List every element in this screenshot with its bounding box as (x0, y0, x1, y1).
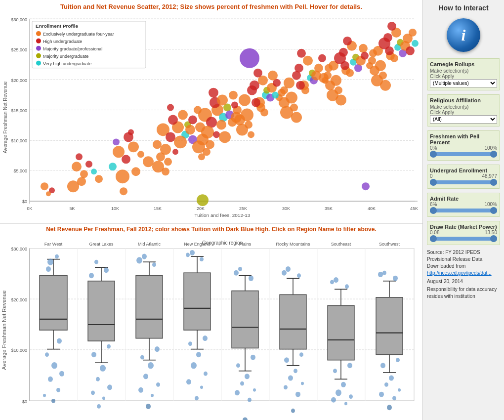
pell-range: 0% 100% (430, 145, 497, 151)
svg-point-326 (295, 392, 300, 397)
svg-point-139 (280, 86, 288, 94)
svg-point-357 (384, 382, 388, 387)
svg-rect-262 (136, 276, 163, 338)
svg-point-97 (198, 153, 205, 160)
draw-thumb-right[interactable] (490, 235, 497, 242)
pell-track[interactable] (430, 152, 497, 156)
svg-point-51 (122, 155, 130, 164)
draw-section: Draw Rate (Market Power) 0.08 13.50 (427, 221, 500, 245)
svg-point-197 (409, 29, 417, 37)
svg-point-258 (102, 397, 105, 400)
svg-rect-347 (376, 297, 403, 355)
svg-point-99 (240, 48, 259, 68)
svg-rect-330 (328, 305, 354, 360)
svg-point-234 (47, 259, 53, 265)
info-icon-container: i (446, 18, 481, 52)
draw-fill (430, 237, 497, 241)
carnegie-section: Carnegie Rollups Make selection(s) Click… (427, 58, 500, 90)
source-label: Source: FY 2012 IPEDS Provisional Releas… (427, 250, 482, 269)
svg-point-115 (248, 131, 254, 138)
religious-sub2: Click Apply (430, 110, 497, 115)
svg-point-233 (55, 254, 59, 259)
svg-text:Southeast: Southeast (331, 241, 351, 247)
religious-select[interactable]: (All) (430, 115, 497, 124)
svg-point-188 (268, 71, 278, 81)
svg-point-183 (194, 106, 202, 114)
svg-point-196 (406, 46, 415, 55)
svg-point-355 (380, 363, 385, 368)
svg-point-360 (392, 396, 396, 400)
pell-thumb-left[interactable] (430, 151, 437, 158)
undergrad-section: Undergrad Enrollment 0 48,977 (427, 165, 500, 189)
undergrad-thumb-left[interactable] (430, 179, 437, 186)
admit-range: 6% 100% (430, 202, 497, 207)
svg-point-288 (196, 352, 201, 357)
draw-thumb-left[interactable] (430, 235, 437, 242)
svg-point-301 (249, 276, 253, 281)
carnegie-select[interactable]: (Multiple values) (430, 79, 497, 87)
svg-point-127 (294, 64, 303, 73)
svg-rect-201 (30, 249, 414, 401)
pell-fill (430, 152, 497, 156)
svg-point-33 (36, 46, 41, 51)
svg-point-342 (331, 397, 336, 403)
svg-point-182 (188, 116, 197, 125)
svg-point-303 (251, 355, 255, 360)
svg-point-327 (291, 409, 295, 413)
admit-track[interactable] (430, 209, 497, 212)
svg-point-255 (96, 377, 100, 381)
draw-track[interactable] (430, 237, 497, 241)
svg-point-181 (362, 182, 370, 190)
svg-point-176 (366, 62, 373, 69)
source-link[interactable]: http://nces.ed.gov/ipeds/dat... (427, 270, 492, 276)
undergrad-thumb-right[interactable] (490, 179, 497, 186)
svg-point-184 (185, 125, 195, 134)
svg-point-158 (336, 95, 346, 106)
svg-point-44 (85, 161, 92, 168)
svg-point-334 (334, 277, 338, 283)
svg-point-300 (238, 267, 242, 271)
undergrad-fill (430, 180, 497, 184)
svg-point-191 (318, 54, 326, 62)
svg-text:Southwest: Southwest (379, 241, 400, 247)
pell-thumb-right[interactable] (490, 151, 497, 158)
svg-point-356 (389, 376, 394, 381)
svg-rect-245 (88, 281, 115, 341)
carnegie-sub1: Make selection(s) (430, 68, 497, 74)
svg-point-133 (303, 56, 313, 66)
pell-label: Freshmen with Pell Percent (430, 133, 497, 145)
svg-point-338 (333, 369, 337, 373)
svg-text:Mid Atlantic: Mid Atlantic (138, 241, 161, 247)
svg-rect-228 (40, 276, 67, 330)
religious-section: Religious Affiliation Make selection(s) … (427, 94, 500, 126)
draw-range: 0.08 13.50 (430, 230, 497, 235)
svg-point-240 (43, 394, 46, 397)
svg-point-306 (240, 381, 244, 386)
admit-thumb-left[interactable] (430, 207, 437, 214)
svg-rect-313 (280, 294, 306, 349)
svg-text:$20,000: $20,000 (11, 78, 27, 83)
svg-point-251 (89, 273, 94, 278)
svg-point-252 (107, 344, 111, 349)
sidebar-title: How to Interact (427, 4, 500, 12)
draw-label: Draw Rate (Market Power) (430, 224, 497, 230)
undergrad-track[interactable] (430, 180, 497, 184)
svg-point-250 (104, 267, 109, 273)
svg-point-353 (378, 272, 383, 277)
svg-point-46 (91, 168, 97, 174)
svg-point-309 (248, 398, 252, 402)
svg-point-339 (341, 382, 346, 387)
svg-point-152 (340, 61, 349, 70)
svg-point-100 (239, 94, 251, 106)
svg-point-90 (213, 131, 220, 138)
svg-text:10K: 10K (111, 206, 119, 211)
svg-text:15K: 15K (154, 206, 162, 211)
svg-point-78 (167, 104, 174, 111)
svg-point-198 (412, 40, 419, 47)
admit-thumb-right[interactable] (490, 207, 497, 214)
svg-point-138 (291, 112, 302, 123)
svg-point-232 (46, 266, 51, 272)
svg-point-189 (272, 92, 279, 99)
svg-text:$0: $0 (22, 199, 27, 204)
svg-point-354 (396, 358, 400, 362)
